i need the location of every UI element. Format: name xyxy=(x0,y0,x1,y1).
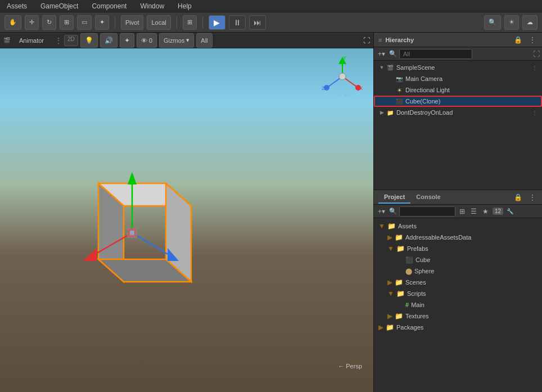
list-item[interactable]: ▶ 📁 Scenes xyxy=(374,277,542,288)
pause-button[interactable]: ⏸ xyxy=(229,15,246,30)
hierarchy-icon: ≡ xyxy=(378,37,382,43)
folder-icon: 📁 xyxy=(395,233,403,241)
item-label: AddressableAssetsData xyxy=(405,234,471,241)
project-search[interactable] xyxy=(399,206,455,217)
expand-icon: ▼ xyxy=(387,245,394,253)
search-icon-2: 🔍 xyxy=(389,208,397,215)
expand-placeholder xyxy=(387,87,394,93)
project-toolbar: +▾ 🔍 ⊞ ☰ ★ 12 🔧 xyxy=(374,205,542,218)
script-icon: # xyxy=(405,301,409,308)
animator-icon: 🎬 xyxy=(3,37,10,43)
project-fav-btn[interactable]: ★ xyxy=(481,207,490,216)
play-button[interactable]: ▶ xyxy=(209,15,225,30)
svg-marker-5 xyxy=(128,172,137,184)
hierarchy-lock-btn[interactable]: 🔒 xyxy=(512,35,524,44)
item-label: Textures xyxy=(405,313,429,319)
toolbar-sep-3 xyxy=(202,17,203,28)
scene-gizmo[interactable]: Y X Z X Z xyxy=(320,54,365,99)
project-more-btn[interactable]: ⋮ xyxy=(527,193,538,202)
sphere-prefab-icon: ⬤ xyxy=(405,268,412,275)
svg-point-21 xyxy=(339,73,346,80)
rect-tool-btn[interactable]: ▭ xyxy=(77,15,92,30)
project-badge: 12 xyxy=(493,208,503,215)
tab-console[interactable]: Console xyxy=(410,191,446,204)
fx-toggle[interactable]: ✦ xyxy=(120,33,134,48)
project-lock-btn[interactable]: 🔒 xyxy=(512,193,524,202)
list-item[interactable]: 📷 Main Camera xyxy=(374,73,542,84)
layers-btn[interactable]: ☀ xyxy=(504,15,519,30)
list-item[interactable]: ▶ 📁 AddressableAssetsData xyxy=(374,232,542,243)
list-item[interactable]: ▶ 📁 DontDestroyOnLoad ⋮ xyxy=(374,107,542,118)
list-item[interactable]: ⬛ Cube(Clone) xyxy=(374,96,542,107)
menu-gameobject[interactable]: GameObject xyxy=(38,1,80,11)
move-tool-btn[interactable]: ✛ xyxy=(25,15,39,30)
grid-btn[interactable]: ⊞ xyxy=(183,15,197,30)
scene-visibility[interactable]: 👁 0 xyxy=(137,33,157,48)
rotate-tool-btn[interactable]: ↻ xyxy=(42,15,56,30)
item-label: Cube xyxy=(415,256,430,263)
item-label: DontDestroyOnLoad xyxy=(396,109,453,116)
transform-tool-btn[interactable]: ✦ xyxy=(95,15,109,30)
persp-label: ← Persp xyxy=(338,363,362,370)
item-label: Packages xyxy=(396,324,423,331)
list-item[interactable]: ☀ Directional Light xyxy=(374,84,542,96)
item-label: Cube(Clone) xyxy=(405,98,440,105)
item-label: Prefabs xyxy=(407,245,428,252)
gizmos-btn[interactable]: Gizmos ▾ xyxy=(159,33,194,48)
menu-assets[interactable]: Assets xyxy=(4,1,29,11)
light-toggle[interactable]: 💡 xyxy=(80,33,98,48)
hierarchy-content: ▼ 🎬 SampleScene ⋮ 📷 Main Camera ☀ xyxy=(374,61,542,190)
list-item[interactable]: ▼ 📁 Assets xyxy=(374,220,542,232)
light-icon: ☀ xyxy=(395,86,403,94)
hierarchy-actions: 🔒 ⋮ xyxy=(512,35,538,44)
folder-icon: 📁 xyxy=(396,245,405,253)
hierarchy-search[interactable] xyxy=(399,49,472,59)
hierarchy-toolbar-more[interactable]: ⛶ xyxy=(533,50,540,58)
camera-icon: 📷 xyxy=(395,75,403,83)
item-more[interactable]: ⋮ xyxy=(532,110,538,116)
folder-icon: 📁 xyxy=(395,278,403,286)
all-layers-btn[interactable]: All xyxy=(196,33,212,48)
audio-toggle[interactable]: 🔊 xyxy=(100,33,118,48)
project-view-btn[interactable]: ⊞ xyxy=(458,207,467,216)
expand-icon: ▶ xyxy=(387,312,392,320)
list-item[interactable]: # Main xyxy=(374,299,542,310)
project-add-btn[interactable]: +▾ xyxy=(376,207,387,216)
item-label: Directional Light xyxy=(405,87,450,93)
main-layout: 🎬 Animator ⋮ 2D 💡 🔊 ✦ 👁 0 Gizmos ▾ All ⛶ xyxy=(0,33,542,392)
scene-expand-icon[interactable]: ⛶ xyxy=(363,37,370,44)
local-btn[interactable]: Local xyxy=(147,15,170,30)
pivot-btn[interactable]: Pivot xyxy=(121,15,143,30)
list-item[interactable]: ⬤ Sphere xyxy=(374,265,542,277)
scale-tool-btn[interactable]: ⊞ xyxy=(60,15,74,30)
hierarchy-more-btn[interactable]: ⋮ xyxy=(527,35,538,44)
svg-text:Z: Z xyxy=(322,85,325,91)
menu-component[interactable]: Component xyxy=(89,1,129,11)
item-more[interactable]: ⋮ xyxy=(532,65,538,71)
hand-tool-btn[interactable]: ✋ xyxy=(4,15,21,30)
search-btn[interactable]: 🔍 xyxy=(484,15,501,30)
cube-3d xyxy=(56,150,208,301)
scene-canvas[interactable]: Y X Z X Z ← Persp xyxy=(0,48,373,392)
animator-tab[interactable]: Animator xyxy=(15,36,48,45)
list-item[interactable]: ▶ 📁 Packages xyxy=(374,322,542,333)
menu-window[interactable]: Window xyxy=(138,1,166,11)
step-button[interactable]: ⏭ xyxy=(249,15,266,30)
project-panel: Project Console 🔒 ⋮ +▾ 🔍 ⊞ ☰ ★ 12 🔧 xyxy=(374,190,542,392)
scene-view: 🎬 Animator ⋮ 2D 💡 🔊 ✦ 👁 0 Gizmos ▾ All ⛶ xyxy=(0,33,373,392)
svg-text:X: X xyxy=(359,85,363,91)
menu-help[interactable]: Help xyxy=(175,1,194,11)
list-item[interactable]: ⬛ Cube xyxy=(374,254,542,265)
tab-project[interactable]: Project xyxy=(378,191,410,204)
list-item[interactable]: ▼ 🎬 SampleScene ⋮ xyxy=(374,62,542,73)
list-item[interactable]: ▶ 📁 Textures xyxy=(374,310,542,322)
hierarchy-add-btn[interactable]: +▾ xyxy=(376,49,387,58)
list-item[interactable]: ▼ 📁 Prefabs xyxy=(374,243,542,254)
all-label: All xyxy=(201,37,207,44)
gizmos-chevron: ▾ xyxy=(186,37,189,44)
list-item[interactable]: ▼ 📁 Scripts xyxy=(374,288,542,299)
2d-toggle[interactable]: 2D xyxy=(64,35,78,46)
hierarchy-header: ≡ Hierarchy 🔒 ⋮ xyxy=(374,33,542,47)
project-filter-btn[interactable]: ☰ xyxy=(469,207,478,216)
account-btn[interactable]: ☁ xyxy=(522,15,538,30)
